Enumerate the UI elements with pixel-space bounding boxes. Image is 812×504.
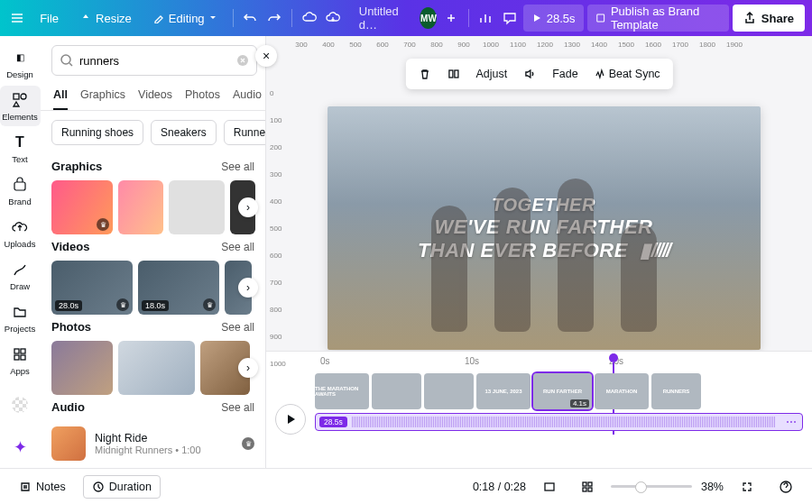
see-all-link[interactable]: See all xyxy=(221,401,254,414)
resize-menu[interactable]: Resize xyxy=(71,5,141,31)
timeline-clip[interactable]: RUNNERS xyxy=(651,373,701,409)
playhead[interactable] xyxy=(609,353,618,362)
audio-item[interactable]: Blue Moon xyxy=(51,466,254,468)
help-icon[interactable] xyxy=(770,475,801,499)
tab-audio[interactable]: Audio xyxy=(233,83,262,110)
notes-button[interactable]: Notes xyxy=(11,476,74,498)
chevron-right-icon[interactable]: › xyxy=(238,278,258,298)
cloud-sync-icon[interactable] xyxy=(323,5,343,31)
adjust-button[interactable]: Adjust xyxy=(468,62,514,86)
menu-icon[interactable] xyxy=(7,5,27,31)
rail-uploads[interactable]: Uploads xyxy=(0,213,41,253)
rail-elements[interactable]: Elements xyxy=(0,86,41,126)
zoom-slider[interactable] xyxy=(611,485,692,488)
fade-button[interactable]: Fade xyxy=(545,62,586,86)
timeline-clip[interactable]: THE MARATHON AWAITS xyxy=(315,373,369,409)
timeline-clip[interactable] xyxy=(372,373,421,409)
result-tabs: All Graphics Videos Photos Audio xyxy=(41,83,265,111)
video-thumb[interactable]: 28.0s♛ xyxy=(51,261,133,315)
chevron-right-icon[interactable]: › xyxy=(238,358,258,378)
svg-rect-20 xyxy=(588,488,592,491)
pages-view-icon[interactable] xyxy=(535,476,564,498)
rail-text[interactable]: TText xyxy=(0,128,41,169)
search-input-wrap[interactable] xyxy=(51,45,257,76)
tab-photos[interactable]: Photos xyxy=(185,83,220,110)
tab-all[interactable]: All xyxy=(53,83,68,110)
rail-apps[interactable]: Apps xyxy=(0,341,41,381)
rail-design[interactable]: ◧Design xyxy=(0,43,41,84)
delete-icon[interactable] xyxy=(411,62,438,86)
canvas[interactable]: TOGETHER WE'VE RUN FARTHER THAN EVER BEF… xyxy=(328,106,761,350)
add-member-icon[interactable] xyxy=(440,5,460,31)
elements-panel: All Graphics Videos Photos Audio Running… xyxy=(41,36,266,468)
chip[interactable]: Runner xyxy=(224,120,266,145)
time-ruler: 0s10s20s xyxy=(266,352,812,370)
preview-play-button[interactable]: 28.5s xyxy=(523,5,585,32)
avatar[interactable]: MW xyxy=(420,7,437,29)
duration-button[interactable]: Duration xyxy=(83,475,161,499)
svg-rect-5 xyxy=(21,349,25,353)
search-input[interactable] xyxy=(79,54,231,68)
playback-time: 0:18 / 0:28 xyxy=(473,481,526,493)
svg-rect-19 xyxy=(583,488,586,491)
comment-icon[interactable] xyxy=(500,5,520,31)
svg-point-2 xyxy=(21,94,26,99)
editing-menu[interactable]: Editing xyxy=(144,5,226,31)
doc-title[interactable]: Untitled d… xyxy=(350,5,417,31)
svg-rect-18 xyxy=(588,482,592,486)
audio-item[interactable]: Night RideMidnight Runners • 1:00 ♛ xyxy=(51,421,254,466)
play-button[interactable] xyxy=(275,404,306,435)
rail-background[interactable] xyxy=(0,385,41,426)
graphic-thumb[interactable] xyxy=(118,180,163,234)
photo-thumb[interactable] xyxy=(51,341,113,395)
chip[interactable]: Running shoes xyxy=(51,120,143,145)
redo-icon[interactable] xyxy=(264,5,284,31)
video-track[interactable]: THE MARATHON AWAITS13 JUNE, 2023RUN FART… xyxy=(315,373,803,409)
split-icon[interactable] xyxy=(439,62,466,86)
svg-rect-16 xyxy=(545,483,554,490)
undo-icon[interactable] xyxy=(240,5,260,31)
analytics-icon[interactable] xyxy=(475,5,495,31)
section-title: Photos xyxy=(51,320,91,334)
rail-brand[interactable]: Brand xyxy=(0,170,41,211)
grid-view-icon[interactable] xyxy=(573,476,602,498)
fullscreen-icon[interactable] xyxy=(733,476,761,498)
photo-thumb[interactable] xyxy=(118,341,195,395)
publish-button[interactable]: Publish as Brand Template xyxy=(587,5,728,32)
graphic-thumb[interactable] xyxy=(169,180,225,234)
svg-rect-14 xyxy=(454,70,457,78)
tab-videos[interactable]: Videos xyxy=(138,83,172,110)
see-all-link[interactable]: See all xyxy=(221,321,254,334)
chip[interactable]: Sneakers xyxy=(151,120,217,145)
timeline-clip[interactable] xyxy=(424,373,474,409)
tab-graphics[interactable]: Graphics xyxy=(80,83,125,110)
share-button[interactable]: Share xyxy=(733,5,805,32)
timeline-clip[interactable]: RUN FARTHER4.1s xyxy=(533,373,592,409)
more-icon[interactable]: ⋯ xyxy=(786,416,797,428)
see-all-link[interactable]: See all xyxy=(221,160,254,173)
cloud-save-icon[interactable] xyxy=(299,5,318,31)
suggestion-chips: Running shoes Sneakers Runner › xyxy=(41,111,265,154)
audio-track[interactable]: 28.5s ⋯ xyxy=(315,413,803,431)
volume-icon[interactable] xyxy=(516,62,543,86)
see-all-link[interactable]: See all xyxy=(221,241,254,253)
video-thumb[interactable]: 18.0s♛ xyxy=(138,261,219,315)
file-menu[interactable]: File xyxy=(31,5,68,31)
graphic-thumb[interactable]: ♛ xyxy=(51,180,113,234)
audio-duration-badge: 28.5s xyxy=(319,417,347,427)
side-rail: ◧Design Elements TText Brand Uploads Dra… xyxy=(0,36,41,468)
chevron-right-icon[interactable]: › xyxy=(238,197,258,217)
floating-toolbar: Adjust Fade Beat Sync xyxy=(405,59,672,89)
timeline-clip[interactable]: MARATHON xyxy=(595,373,649,409)
premium-icon: ♛ xyxy=(97,218,109,231)
ruler-horizontal: 3004005006007008009001000110012001300140… xyxy=(266,36,812,52)
rail-magic[interactable]: ✦ xyxy=(0,427,41,468)
rail-projects[interactable]: Projects xyxy=(0,298,41,339)
beat-sync-button[interactable]: Beat Sync xyxy=(587,62,668,86)
rail-draw[interactable]: Draw xyxy=(0,255,41,296)
section-title: Graphics xyxy=(51,160,102,173)
close-panel-icon[interactable]: × xyxy=(255,45,277,67)
timeline-clip[interactable]: 13 JUNE, 2023 xyxy=(476,373,531,409)
premium-icon: ♛ xyxy=(242,437,254,450)
clear-search-icon[interactable] xyxy=(236,54,249,67)
